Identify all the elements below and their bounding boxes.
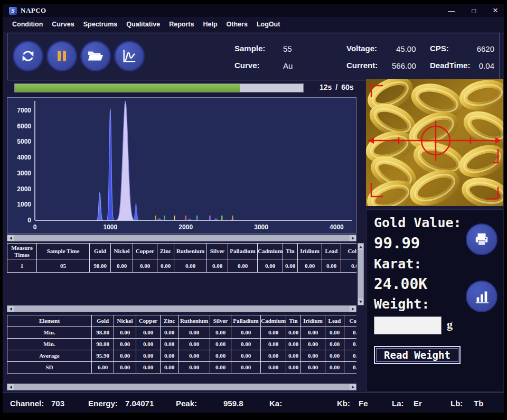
table-cell: 0.00 <box>179 327 210 339</box>
kb-label: Kb: <box>337 399 350 408</box>
table-cell: 0.00 <box>133 259 157 273</box>
progress-bar <box>14 83 304 92</box>
channel-value: 703 <box>51 399 64 408</box>
table-cell: 0.00 <box>136 362 161 374</box>
menu-qualitative[interactable]: Qualitative <box>126 21 160 28</box>
column-header: Ruthenium <box>174 244 207 259</box>
window-controls: — □ × <box>448 5 498 16</box>
start-measure-button[interactable] <box>13 41 43 71</box>
deadtime-value: 0.04 <box>479 61 494 70</box>
table-cell: 0.00 <box>231 362 261 374</box>
table-cell: 0.00 <box>210 327 231 339</box>
menu-others[interactable]: Others <box>227 21 248 28</box>
table-cell: 0.00 <box>161 339 179 350</box>
cps-label: CPS: <box>430 44 449 53</box>
chart-hscrollbar[interactable] <box>7 235 356 241</box>
open-file-button[interactable] <box>80 41 111 71</box>
toolbar: Sample: 55 Curve: Au Voltage: 45.00 Curr… <box>7 33 500 80</box>
stats-table: ElementGoldNickelCopperZincRutheniumSilv… <box>7 315 356 374</box>
column-header: Gold <box>92 315 114 327</box>
table-cell: 0.00 <box>298 259 322 273</box>
spectrum-plot: 0100020003000400050006000700001000200030… <box>7 98 356 233</box>
stats-hscrollbar[interactable] <box>7 384 356 390</box>
curve-view-button[interactable] <box>114 41 145 71</box>
column-header: Zinc <box>161 315 179 327</box>
menu-help[interactable]: Help <box>203 21 217 28</box>
svg-text:0: 0 <box>33 223 37 231</box>
table-cell: 95.90 <box>92 350 114 362</box>
window-title: NAPCO <box>21 6 46 15</box>
table-cell: 1 <box>7 259 37 273</box>
menu-condition[interactable]: Condition <box>12 21 43 28</box>
table-cell: 0.00 <box>286 327 301 339</box>
la-label: La: <box>392 399 404 408</box>
svg-text:5000: 5000 <box>17 138 31 145</box>
app-logo-icon: S <box>9 7 17 15</box>
close-button[interactable]: × <box>493 5 498 16</box>
read-weight-button[interactable]: Read Weight <box>374 346 461 364</box>
header-row: Measure TimesSample TimeGoldNickelCopper… <box>7 244 357 259</box>
sample-camera-view <box>366 79 503 206</box>
table-cell: 0.00 <box>114 350 136 362</box>
results-hscrollbar[interactable] <box>7 305 356 312</box>
pause-button[interactable] <box>46 41 77 71</box>
table-row: Min.98.000.000.000.000.000.000.000.000.0… <box>7 339 357 350</box>
scroll-left-button[interactable] <box>7 384 14 390</box>
voltage-value: 45.00 <box>396 44 416 53</box>
table-cell: 0.00 <box>231 339 261 350</box>
voltage-label: Voltage: <box>346 44 377 53</box>
karat-value: 24.00K <box>374 275 427 293</box>
column-header: Palladium <box>228 244 258 259</box>
column-header: Gold <box>90 244 111 259</box>
maximize-button[interactable]: □ <box>472 7 476 15</box>
sample-label: Sample: <box>234 44 265 53</box>
curve-chart-icon <box>121 48 137 64</box>
table-cell: 0.00 <box>179 350 210 362</box>
ka-label: Ka: <box>269 399 282 408</box>
table-cell: Min. <box>7 327 92 339</box>
column-header: Measure Times <box>7 244 37 259</box>
column-header: Tin <box>286 315 301 327</box>
gold-value-label: Gold Value: <box>374 215 462 230</box>
table-cell: 0.00 <box>286 339 301 350</box>
svg-text:7000: 7000 <box>17 107 31 114</box>
table-cell: 0.00 <box>325 350 344 362</box>
column-header: Iridium <box>298 244 322 259</box>
weight-input[interactable] <box>374 316 442 334</box>
table-cell: 0.00 <box>301 327 325 339</box>
titlebar: S NAPCO — □ × <box>3 4 504 17</box>
table-row: SD6.000.000.000.000.000.000.000.000.000.… <box>7 362 357 374</box>
table-cell: 98.00 <box>92 339 114 350</box>
crosshair-overlay <box>366 79 503 206</box>
table-cell: 0.00 <box>210 362 231 374</box>
menu-logout[interactable]: LogOut <box>257 21 280 28</box>
energy-value: 7.04071 <box>125 399 154 408</box>
table-cell: 98.00 <box>90 259 111 273</box>
svg-text:6000: 6000 <box>17 123 31 130</box>
svg-text:3000: 3000 <box>254 223 268 231</box>
print-button[interactable] <box>466 223 497 255</box>
table-cell: 0.00 <box>174 259 207 273</box>
scroll-left-button[interactable] <box>7 306 14 312</box>
scroll-right-button[interactable] <box>350 235 356 241</box>
scroll-left-button[interactable] <box>7 235 14 241</box>
scroll-right-button[interactable] <box>350 384 356 390</box>
svg-text:2000: 2000 <box>17 185 31 193</box>
minimize-button[interactable]: — <box>448 7 455 15</box>
table-cell: 0.00 <box>325 327 344 339</box>
energy-label: Energy: <box>88 399 118 408</box>
table-cell: 0.00 <box>136 350 161 362</box>
scroll-right-button[interactable] <box>350 306 356 312</box>
table-cell: Average <box>7 350 92 362</box>
menu-spectrums[interactable]: Spectrums <box>83 21 118 28</box>
table-cell: 0.00 <box>301 339 325 350</box>
column-header: Copper <box>136 315 161 327</box>
channel-label: Channel: <box>10 399 44 408</box>
menu-curves[interactable]: Curves <box>52 21 74 28</box>
curve-value: Au <box>283 61 293 70</box>
menu-reports[interactable]: Reports <box>169 21 194 28</box>
table-cell: 0.00 <box>111 259 133 273</box>
svg-text:0: 0 <box>27 217 31 224</box>
statistics-button[interactable] <box>466 281 497 312</box>
table-cell: 0.00 <box>114 327 136 339</box>
